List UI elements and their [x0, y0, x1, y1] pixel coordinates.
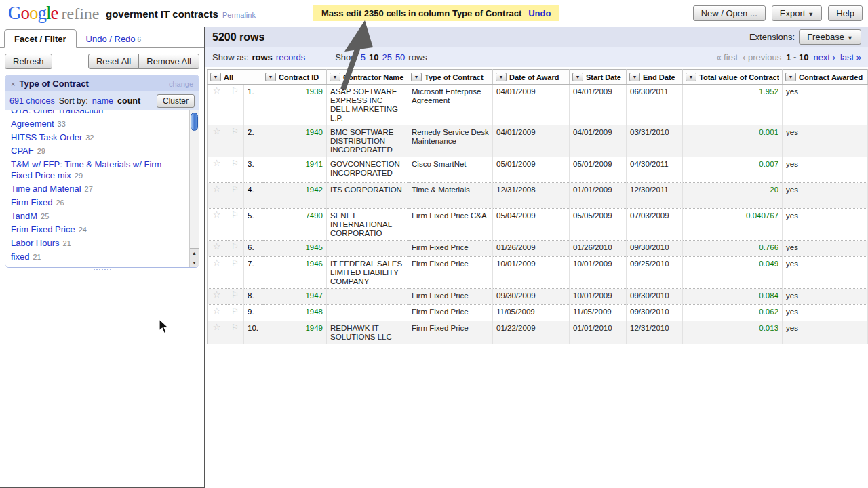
column-menu-button[interactable]: ▼ [330, 73, 340, 81]
type-of-contract-cell[interactable]: Firm Fixed Price [408, 289, 493, 305]
end-date-cell[interactable]: 09/30/2010 [627, 241, 683, 257]
facet-choice-label[interactable]: TandM [11, 211, 37, 221]
contract-awarded-cell[interactable]: yes [783, 183, 868, 209]
facet-choice-label[interactable]: Time and Material [11, 184, 81, 194]
total-value-cell[interactable]: 20 [683, 183, 783, 209]
end-date-cell[interactable]: 09/30/2010 [627, 289, 683, 305]
date-of-award-cell[interactable]: 04/01/2009 [493, 125, 570, 157]
date-of-award-cell[interactable]: 05/04/2009 [493, 209, 570, 241]
contractor-name-cell[interactable]: IT FEDERAL SALES LIMITED LIABILITY COMPA… [327, 257, 408, 289]
total-value-cell[interactable]: 0.007 [683, 157, 783, 183]
total-value-cell[interactable]: 0.013 [683, 321, 783, 344]
column-menu-button[interactable]: ▼ [629, 73, 640, 81]
help-button[interactable]: Help [828, 5, 863, 21]
cluster-button[interactable]: Cluster [157, 94, 195, 108]
column-menu-button[interactable]: ▼ [411, 73, 422, 81]
facet-choices-count-link[interactable]: 691 choices [9, 96, 55, 106]
column-menu-button[interactable]: ▼ [572, 73, 583, 81]
contract-awarded-cell[interactable]: yes [783, 241, 868, 257]
facet-change-link[interactable]: change [169, 80, 193, 88]
date-of-award-cell[interactable]: 05/01/2009 [493, 157, 570, 183]
contract-id-cell[interactable]: 1941 [262, 157, 327, 183]
start-date-cell[interactable]: 04/01/2009 [570, 125, 627, 157]
contract-awarded-cell[interactable]: yes [783, 157, 868, 183]
column-menu-button[interactable]: ▼ [785, 73, 796, 81]
type-of-contract-cell[interactable]: Firm Fixed Price [408, 321, 493, 344]
start-date-cell[interactable]: 01/01/2009 [570, 183, 627, 209]
total-value-cell[interactable]: 0.062 [683, 305, 783, 321]
type-of-contract-cell[interactable]: Firm Fixed Price [408, 257, 493, 289]
star-icon[interactable]: ☆ [208, 183, 226, 209]
tab-facet-filter[interactable]: Facet / Filter [4, 29, 77, 48]
total-value-cell[interactable]: 0.084 [683, 289, 783, 305]
sort-by-name-link[interactable]: name [92, 96, 113, 106]
project-title[interactable]: goverment IT contracts [106, 8, 218, 20]
page-size-5[interactable]: 5 [361, 52, 366, 62]
contractor-name-cell[interactable]: ASAP SOFTWARE EXPRESS INC DELL MARKETING… [327, 85, 408, 125]
contract-id-cell[interactable]: 1939 [262, 85, 327, 125]
facet-choice-label[interactable]: fixed [11, 251, 29, 262]
end-date-cell[interactable]: 09/30/2010 [627, 305, 683, 321]
facet-choice-label[interactable]: Agreement [11, 119, 54, 129]
star-icon[interactable]: ☆ [208, 85, 226, 125]
export-button[interactable]: Export▼ [772, 5, 823, 21]
contract-id-cell[interactable]: 1942 [262, 183, 327, 209]
star-icon[interactable]: ☆ [208, 125, 226, 157]
refresh-button[interactable]: Refresh [5, 54, 52, 69]
start-date-cell[interactable]: 01/01/2010 [570, 321, 627, 344]
facet-choice-label[interactable]: Firm Fixed [11, 197, 52, 207]
contractor-name-cell[interactable]: BMC SOFTWARE DISTRIBUTION INCORPORATED [327, 125, 408, 157]
date-of-award-cell[interactable]: 10/01/2009 [493, 257, 570, 289]
flag-icon[interactable]: ⚐ [226, 257, 244, 289]
facet-resize-grip[interactable] [94, 269, 111, 270]
flag-icon[interactable]: ⚐ [226, 157, 244, 183]
type-of-contract-cell[interactable]: Firm Fixed Price C&A [408, 209, 493, 241]
contractor-name-cell[interactable] [327, 241, 408, 257]
end-date-cell[interactable]: 12/30/2011 [627, 183, 683, 209]
end-date-cell[interactable]: 12/31/2010 [627, 321, 683, 344]
type-of-contract-cell[interactable]: Cisco SmartNet [408, 157, 493, 183]
new-open-button[interactable]: New / Open ... [693, 5, 766, 21]
end-date-cell[interactable]: 06/30/2011 [627, 85, 683, 125]
contract-awarded-cell[interactable]: yes [783, 289, 868, 305]
flag-icon[interactable]: ⚐ [226, 209, 244, 241]
scrollbar-thumb[interactable] [191, 113, 198, 131]
flag-icon[interactable]: ⚐ [226, 289, 244, 305]
show-as-records-link[interactable]: records [276, 52, 305, 62]
star-icon[interactable]: ☆ [208, 241, 226, 257]
flag-icon[interactable]: ⚐ [226, 85, 244, 125]
star-icon[interactable]: ☆ [208, 321, 226, 344]
permalink-link[interactable]: Permalink [222, 11, 256, 19]
type-of-contract-cell[interactable]: Remedy Service Desk Maintenance [408, 125, 493, 157]
date-of-award-cell[interactable]: 01/26/2009 [493, 241, 570, 257]
start-date-cell[interactable]: 05/01/2009 [570, 157, 627, 183]
column-menu-button[interactable]: ▼ [265, 73, 276, 81]
total-value-cell[interactable]: 0.049 [683, 257, 783, 289]
date-of-award-cell[interactable]: 11/05/2009 [493, 305, 570, 321]
end-date-cell[interactable]: 09/25/2010 [627, 257, 683, 289]
facet-choice-label[interactable]: T&M w/ FFP: Time & Materials w/ Firm Fix… [11, 159, 161, 180]
contract-awarded-cell[interactable]: yes [783, 85, 868, 125]
banner-undo-link[interactable]: Undo [528, 8, 551, 18]
flag-icon[interactable]: ⚐ [226, 305, 244, 321]
column-menu-button[interactable]: ▼ [686, 73, 696, 81]
end-date-cell[interactable]: 04/30/2011 [627, 157, 683, 183]
contract-id-cell[interactable]: 1947 [262, 289, 327, 305]
contractor-name-cell[interactable]: SENET INTERNATIONAL CORPORATIO [327, 209, 408, 241]
page-size-25[interactable]: 25 [382, 52, 391, 62]
end-date-cell[interactable]: 07/03/2009 [627, 209, 683, 241]
pagination-next[interactable]: next › [813, 52, 835, 62]
contractor-name-cell[interactable]: GOVCONNECTION INCORPORATED [327, 157, 408, 183]
start-date-cell[interactable]: 01/26/2010 [570, 241, 627, 257]
reset-all-button[interactable]: Reset All [88, 54, 139, 69]
contract-awarded-cell[interactable]: yes [783, 305, 868, 321]
facet-choice-label[interactable]: HITSS Task Order [11, 132, 82, 142]
pagination-last[interactable]: last » [840, 52, 861, 62]
start-date-cell[interactable]: 10/01/2009 [570, 289, 627, 305]
contract-awarded-cell[interactable]: yes [783, 257, 868, 289]
type-of-contract-cell[interactable]: Firm Fixed Price [408, 241, 493, 257]
close-icon[interactable]: × [11, 80, 15, 88]
star-icon[interactable]: ☆ [208, 157, 226, 183]
contractor-name-cell[interactable]: ITS CORPORATION [327, 183, 408, 209]
tab-undo-redo[interactable]: Undo / Redo6 [77, 30, 151, 47]
